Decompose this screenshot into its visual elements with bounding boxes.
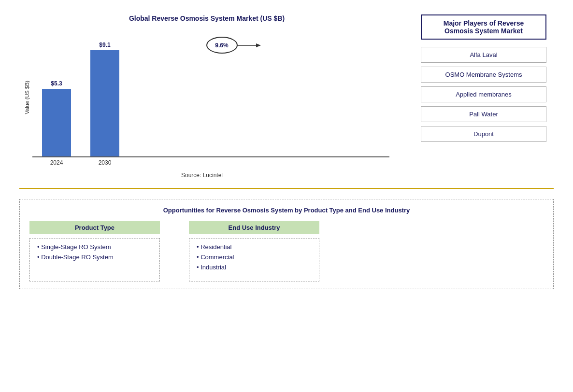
section-divider [19,188,554,189]
bars-container: 9.6% $5.3 [32,27,389,157]
opportunities-columns: Product Type • Single-Stage RO System • … [29,221,544,281]
cagr-value: 9.6% [215,42,228,49]
x-axis-labels: 2024 2030 [32,157,389,168]
chart-title: Global Reverse Osmosis System Market (US… [129,14,285,22]
cagr-annotation: 9.6% [206,37,238,54]
player-item-osmo: OSMO Membrane Systems [421,67,546,83]
bar-group-2030: $9.1 [90,42,119,156]
cagr-arrow-svg [237,41,261,50]
bar-value-2024: $5.3 [51,80,62,87]
source-text: Source: Lucintel [181,172,232,179]
top-section: Global Reverse Osmosis System Market (US… [19,10,554,183]
product-type-items-box: • Single-Stage RO System • Double-Stage … [29,238,160,281]
product-type-column: Product Type • Single-Stage RO System • … [29,221,160,281]
player-item-pall-water: Pall Water [421,106,546,122]
x-label-2030: 2030 [90,159,119,166]
end-use-items-box: • Residential • Commercial • Industrial [189,238,319,281]
end-use-item-2: • Commercial [197,253,312,261]
end-use-item-3: • Industrial [197,264,312,271]
svg-marker-1 [256,43,261,47]
x-label-2024: 2024 [42,159,71,166]
bar-2030 [90,50,119,156]
end-use-item-1: • Residential [197,243,312,251]
main-container: Global Reverse Osmosis System Market (US… [0,0,573,392]
players-title-box: Major Players of Reverse Osmosis System … [421,14,546,40]
player-item-applied-membranes: Applied membranes [421,86,546,102]
players-area: Major Players of Reverse Osmosis System … [414,10,554,183]
y-axis-label: Value (US $B) [24,81,30,114]
chart-wrapper: Value (US $B) 9.6% [24,27,389,168]
player-item-alfa-laval: Alfa Laval [421,47,546,63]
product-type-item-2: • Double-Stage RO System [37,253,152,261]
chart-inner: 9.6% $5.3 [32,27,389,168]
product-type-item-1: • Single-Stage RO System [37,243,152,251]
player-item-dupont: Dupont [421,126,546,142]
end-use-column: End Use Industry • Residential • Commerc… [189,221,319,281]
bar-2024 [42,89,71,156]
product-type-header: Product Type [29,221,160,234]
bar-value-2030: $9.1 [99,42,110,48]
end-use-header: End Use Industry [189,221,319,234]
cagr-circle: 9.6% [206,37,238,54]
opportunities-title: Opportunities for Reverse Osmosis System… [29,207,544,214]
bar-group-2024: $5.3 [42,80,71,156]
bottom-section: Opportunities for Reverse Osmosis System… [19,194,554,382]
chart-area: Global Reverse Osmosis System Market (US… [19,10,399,183]
opportunities-box: Opportunities for Reverse Osmosis System… [19,199,554,289]
